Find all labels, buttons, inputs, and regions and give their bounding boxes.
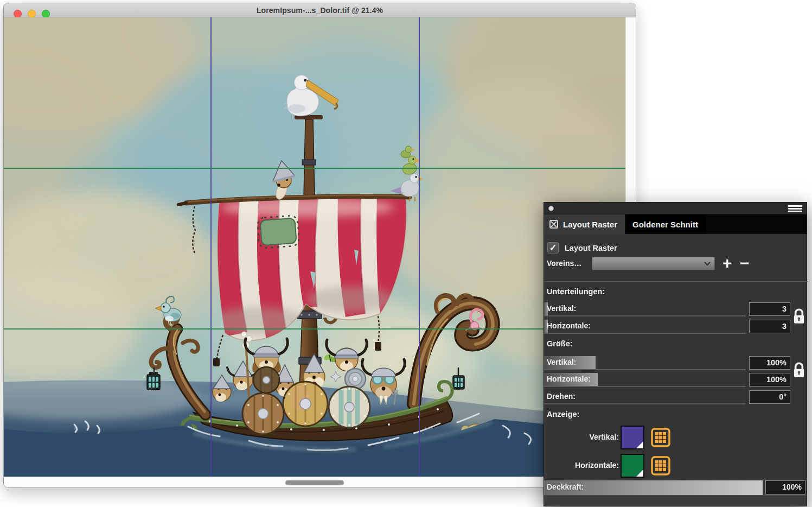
panel-resize-strip[interactable] xyxy=(544,495,807,506)
rotation-slider[interactable]: Drehen: 0° xyxy=(544,390,808,405)
checkbox-label: Layout Raster xyxy=(565,244,617,252)
tab-layout-raster[interactable]: Layout Raster xyxy=(544,214,625,234)
slider-track[interactable] xyxy=(544,333,746,334)
display-horizontal-row: Horizontale: xyxy=(544,454,707,478)
size-vertical-field[interactable]: 100% xyxy=(749,356,790,370)
tab-close-box-icon[interactable] xyxy=(549,220,558,229)
lock-subdivisions-icon[interactable] xyxy=(792,308,805,325)
display-heading: Anzeige: xyxy=(547,410,579,419)
slider-track[interactable] xyxy=(544,386,746,387)
presets-label: Voreins… xyxy=(547,259,581,268)
panel-close-icon[interactable] xyxy=(548,206,554,211)
slider-track[interactable] xyxy=(544,403,746,404)
slider-label: Drehen: xyxy=(547,392,576,401)
size-heading: Größe: xyxy=(547,339,573,348)
subdivisions-heading: Unterteilungen: xyxy=(547,287,605,296)
divider xyxy=(544,281,808,282)
opacity-slider[interactable]: Deckkraft: xyxy=(544,480,763,495)
chevron-down-icon xyxy=(704,262,711,266)
document-canvas[interactable] xyxy=(4,17,625,477)
grid-style-icon[interactable] xyxy=(651,428,670,447)
opacity-field[interactable]: 100% xyxy=(765,480,805,495)
size-vertical-slider[interactable]: Vertikal: 100% xyxy=(544,356,808,371)
close-window-button[interactable] xyxy=(14,10,22,18)
horizontal-scrollbar-thumb[interactable] xyxy=(285,480,344,485)
document-window: LoremIpsum-...s_Dolor.tif @ 21.4% xyxy=(3,3,636,488)
vertical-color-swatch[interactable] xyxy=(621,426,644,449)
opacity-label: Deckkraft: xyxy=(547,483,584,491)
presets-dropdown[interactable] xyxy=(592,257,715,270)
slider-label: Horizontale: xyxy=(547,321,591,330)
viking-ship-artwork xyxy=(4,17,625,477)
subdivisions-horizontal-slider[interactable]: Horizontale: 3 xyxy=(544,319,808,334)
grid-style-icon[interactable] xyxy=(651,456,670,476)
zoom-window-button[interactable] xyxy=(42,10,50,18)
slider-track[interactable] xyxy=(544,369,746,370)
layout-raster-panel: Layout Raster Goldener Schnitt ✓ Layout … xyxy=(544,202,807,506)
panel-menu-icon[interactable] xyxy=(788,205,802,212)
slider-label: Vertikal: xyxy=(547,304,576,313)
remove-preset-button[interactable]: − xyxy=(740,254,750,273)
rotation-field[interactable]: 0° xyxy=(749,390,790,404)
slider-label: Horizontale: xyxy=(547,375,591,383)
panel-header[interactable] xyxy=(544,202,807,214)
layout-raster-checkbox[interactable]: ✓ xyxy=(547,242,559,254)
swatch-label: Horizontale: xyxy=(575,461,619,470)
window-titlebar[interactable]: LoremIpsum-...s_Dolor.tif @ 21.4% xyxy=(4,3,636,17)
subdivisions-horizontal-field[interactable]: 3 xyxy=(749,320,790,333)
window-title: LoremIpsum-...s_Dolor.tif @ 21.4% xyxy=(257,6,383,15)
subdivisions-vertical-slider[interactable]: Vertikal: 3 xyxy=(544,302,808,317)
panel-tab-strip: Layout Raster Goldener Schnitt xyxy=(544,214,807,234)
lock-size-icon[interactable] xyxy=(792,362,805,379)
horizontal-color-swatch[interactable] xyxy=(621,454,644,478)
slider-label: Vertikal: xyxy=(547,358,576,366)
subdivisions-vertical-field[interactable]: 3 xyxy=(749,302,790,316)
enable-grid-row: ✓ Layout Raster xyxy=(547,242,617,254)
swatch-label: Vertikal: xyxy=(590,433,619,441)
slider-track[interactable] xyxy=(544,315,746,316)
minimize-window-button[interactable] xyxy=(28,10,36,18)
presets-row: Voreins… + − xyxy=(547,257,805,271)
size-horizontal-field[interactable]: 100% xyxy=(749,373,790,386)
size-horizontal-slider[interactable]: Horizontale: 100% xyxy=(544,372,808,388)
add-preset-button[interactable]: + xyxy=(723,254,732,273)
opacity-row: Deckkraft: 100% xyxy=(544,480,808,495)
display-vertical-row: Vertikal: xyxy=(544,426,707,449)
horizontal-scrollbar[interactable] xyxy=(4,477,636,488)
tab-goldener-schnitt[interactable]: Goldener Schnitt xyxy=(627,214,706,234)
